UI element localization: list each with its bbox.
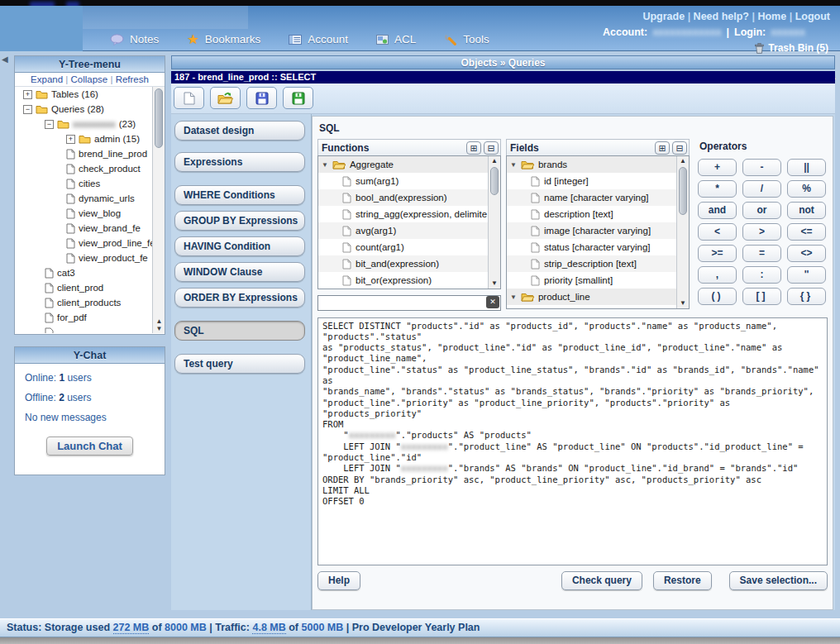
- fields-scrollbar[interactable]: ▲ ▼: [676, 156, 689, 308]
- menu-where-conditions[interactable]: WHERE Conditions: [174, 185, 305, 205]
- field-item[interactable]: priority [smallint]: [507, 272, 689, 289]
- operator-button[interactable]: =: [742, 245, 781, 262]
- field-item[interactable]: status [character varying]: [507, 239, 689, 255]
- tree-item-query[interactable]: brend_line_prod: [15, 146, 165, 161]
- operator-button[interactable]: +: [698, 159, 737, 176]
- tree-collapse-icon[interactable]: −: [45, 120, 54, 129]
- nav-item-tools[interactable]: Tools: [444, 33, 489, 45]
- operator-button[interactable]: <>: [787, 245, 826, 262]
- tree-item-tables[interactable]: + Tables (16): [15, 87, 165, 102]
- field-item[interactable]: description [text]: [507, 206, 689, 222]
- tree-expand-icon[interactable]: +: [66, 135, 75, 144]
- functions-folder-aggregate[interactable]: ▼ Aggregate: [318, 156, 500, 173]
- menu-having[interactable]: HAVING Condition: [174, 236, 305, 256]
- tree-item-queries[interactable]: − Queries (28): [15, 102, 165, 117]
- operator-button[interactable]: {}: [787, 288, 826, 305]
- operator-button[interactable]: []: [742, 288, 781, 305]
- field-item[interactable]: name [character varying]: [507, 189, 689, 206]
- scroll-up-icon[interactable]: ▲: [153, 317, 165, 325]
- menu-group-by[interactable]: GROUP BY Expressions: [174, 211, 305, 231]
- collapse-link[interactable]: Collapse: [70, 74, 107, 84]
- functions-scrollbar[interactable]: ▲ ▼: [488, 156, 500, 289]
- nav-item-bookmarks[interactable]: ★ Bookmarks: [187, 33, 260, 45]
- tree-item-query[interactable]: view_brand_fe: [15, 221, 165, 236]
- clear-filter-icon[interactable]: ✕: [486, 296, 499, 308]
- sidebar-collapse-arrow-icon[interactable]: ◀: [2, 55, 8, 64]
- tree-item-query[interactable]: client_prod: [15, 280, 165, 295]
- save-query-button[interactable]: [246, 87, 277, 109]
- operator-button[interactable]: >=: [698, 245, 737, 262]
- nav-item-acl[interactable]: ACL: [376, 33, 416, 45]
- function-item[interactable]: avg(arg1): [318, 222, 500, 239]
- field-item[interactable]: image [character varying]: [507, 222, 689, 239]
- operator-button[interactable]: <=: [787, 223, 826, 241]
- tree-item-admin[interactable]: + admin (15): [15, 131, 165, 146]
- menu-expressions[interactable]: Expressions: [174, 152, 305, 172]
- collapse-all-icon[interactable]: ⊟: [484, 141, 499, 155]
- operator-button[interactable]: %: [787, 180, 826, 198]
- home-link[interactable]: Home: [757, 11, 786, 22]
- tree-item-query[interactable]: view_blog: [15, 206, 165, 221]
- tree-item-schema-folder[interactable]: − xxxxxxxxx (23): [15, 117, 165, 131]
- operator-button[interactable]: ||: [787, 159, 826, 176]
- functions-scrollbar-thumb[interactable]: [490, 167, 499, 195]
- expand-all-icon[interactable]: ⊞: [466, 141, 481, 155]
- tree-item-query[interactable]: client_products: [15, 295, 165, 310]
- scroll-down-icon[interactable]: ▼: [153, 325, 165, 332]
- tree-scrollbar[interactable]: ▲ ▼: [152, 87, 165, 333]
- nav-item-account[interactable]: Account: [289, 33, 348, 45]
- fields-scrollbar-thumb[interactable]: [679, 167, 687, 215]
- field-item[interactable]: id [integer]: [507, 173, 689, 189]
- launch-chat-button[interactable]: Launch Chat: [46, 436, 133, 456]
- expand-all-icon[interactable]: ⊞: [655, 141, 670, 155]
- function-item[interactable]: count(arg1): [318, 239, 500, 255]
- function-item[interactable]: bit_and(expression): [318, 255, 500, 272]
- open-query-button[interactable]: [210, 87, 241, 109]
- tree-item-query[interactable]: view_product_fe: [15, 250, 165, 265]
- fields-folder-brands[interactable]: ▼ brands: [507, 156, 689, 173]
- tree-item-query[interactable]: cat3: [15, 265, 165, 280]
- save-selection-button[interactable]: Save selection...: [729, 571, 828, 590]
- function-filter-input[interactable]: [317, 295, 501, 311]
- tree-collapse-icon[interactable]: −: [23, 105, 32, 114]
- function-item[interactable]: sum(arg1): [318, 173, 500, 189]
- fields-folder-product-line[interactable]: ▼ product_line: [507, 289, 689, 305]
- tree-expand-icon[interactable]: +: [23, 90, 32, 99]
- menu-dataset-design[interactable]: Dataset design: [174, 121, 305, 141]
- scroll-up-icon[interactable]: ▲: [489, 156, 500, 166]
- operator-button[interactable]: '': [787, 266, 826, 284]
- new-query-button[interactable]: [174, 87, 204, 109]
- operator-button[interactable]: <: [698, 223, 737, 241]
- expand-link[interactable]: Expand: [31, 74, 63, 84]
- trash-bin-link[interactable]: Trash Bin (5): [755, 42, 828, 54]
- operator-button[interactable]: -: [742, 159, 781, 176]
- tree-item-query[interactable]: dynamic_urls: [15, 191, 165, 206]
- tree-open-triangle-icon[interactable]: ▼: [322, 161, 328, 169]
- operator-button[interactable]: ,: [698, 266, 737, 284]
- check-query-button[interactable]: Check query: [561, 571, 642, 590]
- restore-button[interactable]: Restore: [653, 571, 712, 590]
- operator-button[interactable]: or: [742, 202, 781, 219]
- tree-item-query[interactable]: for_pdf: [15, 310, 165, 325]
- function-item[interactable]: string_agg(expression, delimite: [318, 206, 500, 222]
- tree-item-query[interactable]: check_product: [15, 161, 165, 176]
- menu-order-by[interactable]: ORDER BY Expressions: [174, 288, 305, 308]
- tree-open-triangle-icon[interactable]: ▼: [510, 161, 517, 169]
- operator-button[interactable]: /: [742, 180, 781, 198]
- nav-item-notes[interactable]: Notes: [110, 33, 159, 45]
- function-item[interactable]: bool_and(expression): [318, 189, 500, 206]
- scroll-down-icon[interactable]: ▼: [489, 279, 500, 289]
- tree-scrollbar-arrows[interactable]: ▲ ▼: [153, 317, 165, 332]
- tree-open-triangle-icon[interactable]: ▼: [510, 293, 517, 301]
- help-button[interactable]: Help: [317, 571, 360, 590]
- operator-button[interactable]: and: [698, 202, 737, 219]
- tree-scrollbar-thumb[interactable]: [155, 88, 163, 148]
- save-as-query-button[interactable]: [283, 87, 313, 109]
- scroll-up-icon[interactable]: ▲: [677, 156, 689, 166]
- operator-button[interactable]: :: [742, 266, 781, 284]
- operator-button[interactable]: (): [698, 288, 737, 305]
- tree-item-query[interactable]: cities: [15, 176, 165, 191]
- collapse-all-icon[interactable]: ⊟: [672, 141, 687, 155]
- sql-editor[interactable]: SELECT DISTINCT "products"."id" as "prod…: [317, 317, 828, 565]
- operator-button[interactable]: not: [787, 202, 826, 219]
